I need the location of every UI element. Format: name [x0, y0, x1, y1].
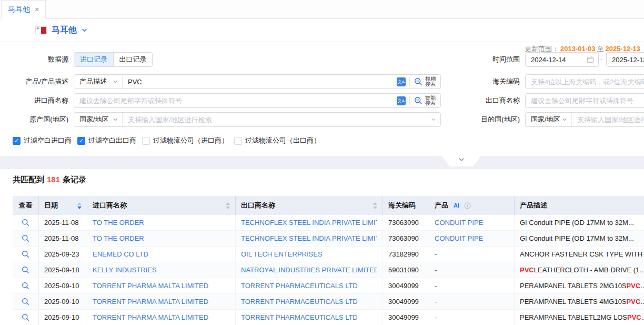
cell-view: [13, 262, 38, 278]
view-record-icon[interactable]: [22, 282, 29, 290]
exporter-link[interactable]: TECHNOFLEX STEEL INDIA PRIVATE LIMITED: [241, 234, 377, 242]
checkbox-icon[interactable]: [142, 137, 150, 145]
filter-checkbox[interactable]: ✓过滤空白出口商: [77, 136, 136, 145]
date-end-input[interactable]: 2025-12-13: [606, 52, 644, 67]
smart-search-button[interactable]: 智能搜索: [410, 94, 440, 107]
checkbox-icon[interactable]: [234, 137, 242, 145]
exporter-search-input[interactable]: [525, 93, 644, 108]
filter-checkbox[interactable]: 过滤物流公司（进口商）: [142, 136, 228, 145]
table-row: 2025-09-23ENEMED CO LTDOIL TECH ENTERPRI…: [13, 247, 644, 262]
cell-hs-code: 30049099: [383, 278, 429, 293]
chevron-down-icon: [113, 117, 118, 122]
product-search-input[interactable]: [123, 75, 397, 88]
destination-country-select[interactable]: 国家/地区: [526, 113, 572, 126]
origin-country-select[interactable]: 国家/地区: [74, 113, 123, 126]
view-record-icon[interactable]: [22, 219, 29, 226]
view-record-icon[interactable]: [22, 313, 29, 321]
cell-product: -: [429, 294, 514, 309]
translate-icon[interactable]: 文A: [397, 96, 406, 105]
import-records-toggle[interactable]: 进口记录: [74, 53, 113, 66]
result-count: 共匹配到181条记录: [13, 175, 86, 185]
hs-code-input[interactable]: [525, 74, 644, 89]
update-range-start: 2013-01-03: [560, 45, 596, 53]
checkbox-icon[interactable]: ✓: [13, 137, 21, 145]
cell-hs-code: 59031090: [383, 262, 429, 278]
hs-code-label: 海关编码: [447, 74, 520, 89]
export-records-toggle[interactable]: 出口记录: [113, 53, 152, 66]
cell-date: 2025-09-10: [38, 294, 87, 309]
exporter-link[interactable]: TORRENT PHARMACEUTICALS LTD: [241, 313, 358, 321]
description-text: LEATHERCLOTH - AMB DRIVE (1...: [534, 266, 644, 274]
table-header: 查看 日期 进口商名称 出口商名称 海关编码 产品 AI: [13, 196, 644, 215]
cell-importer: TORRENT PHARMA MALTA LIMITED: [87, 310, 235, 325]
importer-link[interactable]: TO THE ORDER: [93, 234, 144, 242]
table-row: 2025-09-10TORRENT PHARMA MALTA LIMITEDTO…: [13, 278, 644, 294]
search-minus-icon: [414, 77, 422, 86]
exporter-label: 出口商名称: [447, 93, 520, 108]
exporter-link[interactable]: NATROYAL INDUSTRIES PRIVATE LIMITED: [241, 266, 377, 274]
product-link[interactable]: CONDUIT PIPE: [435, 234, 483, 242]
view-record-icon[interactable]: [22, 266, 29, 274]
cell-date: 2025-11-08: [38, 231, 87, 246]
view-record-icon[interactable]: [22, 234, 29, 242]
view-record-icon[interactable]: [22, 298, 29, 306]
date-start-input[interactable]: 2024-12-14: [525, 52, 599, 67]
product-empty: -: [435, 250, 437, 258]
panel-gap-band: [0, 156, 644, 169]
update-range-end: 2025-12-13: [606, 45, 641, 53]
translate-icon[interactable]: 文A: [397, 77, 406, 86]
exporter-link[interactable]: TORRENT PHARMACEUTICALS LTD: [241, 298, 358, 306]
cell-date: 2025-09-23: [38, 247, 87, 262]
destination-country-input[interactable]: [572, 113, 644, 126]
fuzzy-search-button[interactable]: 模糊搜索: [410, 75, 440, 88]
product-type-select[interactable]: 产品描述: [74, 75, 123, 88]
cell-exporter: TORRENT PHARMACEUTICALS LTD: [235, 294, 383, 309]
date-end-value: 2025-12-13: [612, 56, 644, 64]
importer-link[interactable]: KELLY INDUSTRIES: [93, 266, 157, 274]
importer-link[interactable]: ENEMED CO LTD: [93, 250, 148, 258]
product-link[interactable]: CONDUIT PIPE: [435, 219, 483, 226]
chevron-down-icon: [562, 117, 567, 122]
cell-description: PERAMPANEL TABLETL2MG LOS PVC...: [514, 310, 644, 325]
info-icon[interactable]: [464, 202, 471, 209]
cell-description: GI Conduit PIPE (OD 17MM to 32M...: [514, 231, 644, 246]
importer-search-input[interactable]: [74, 94, 397, 107]
records-table: 查看 日期 进口商名称 出口商名称 海关编码 产品 AI: [13, 196, 644, 325]
column-header-view: 查看: [13, 196, 38, 215]
result-count-number: 181: [47, 175, 60, 184]
product-empty: -: [435, 298, 437, 306]
tab-close-icon[interactable]: ×: [35, 6, 39, 13]
importer-link[interactable]: TORRENT PHARMA MALTA LIMITED: [93, 282, 208, 290]
column-header-hs-code: 海关编码: [383, 196, 429, 215]
sort-control-exporter[interactable]: [369, 202, 377, 209]
checkbox-icon[interactable]: ✓: [77, 137, 85, 145]
tab-malta[interactable]: 马耳他 ×: [1, 0, 46, 19]
origin-country-input[interactable]: [123, 113, 431, 126]
product-empty: -: [435, 266, 437, 274]
destination-country-group: 国家/地区: [525, 112, 644, 127]
sort-control-date[interactable]: [73, 202, 82, 209]
destination-country-label: 目的国(地区): [447, 112, 520, 127]
tab-title: 马耳他: [8, 5, 30, 14]
cell-product: CONDUIT PIPE: [429, 231, 514, 246]
cell-view: [13, 278, 38, 293]
product-empty: -: [435, 313, 437, 321]
filter-checkbox[interactable]: ✓过滤空白进口商: [13, 136, 72, 145]
view-record-icon[interactable]: [22, 250, 29, 258]
exporter-link[interactable]: TORRENT PHARMACEUTICALS LTD: [241, 282, 358, 290]
importer-link[interactable]: TO THE ORDER: [93, 219, 144, 226]
chevron-down-icon[interactable]: [82, 27, 87, 33]
filter-checkbox[interactable]: 过滤物流公司（出口商）: [234, 136, 320, 145]
checkbox-label: 过滤物流公司（出口商）: [245, 136, 320, 145]
collapse-filters-button[interactable]: [442, 156, 481, 166]
country-header: ✚ 马耳他: [0, 19, 644, 42]
cell-description: GI Conduit PIPE (OD 17MM to 32M...: [514, 215, 644, 230]
exporter-link[interactable]: TECHNOFLEX STEEL INDIA PRIVATE LIMITED: [241, 219, 377, 226]
importer-link[interactable]: TORRENT PHARMA MALTA LIMITED: [93, 313, 208, 321]
sort-control-importer[interactable]: [222, 202, 230, 209]
chevron-down-icon: [431, 117, 436, 122]
importer-link[interactable]: TORRENT PHARMA MALTA LIMITED: [93, 298, 208, 306]
cell-importer: TORRENT PHARMA MALTA LIMITED: [87, 294, 235, 309]
exporter-link[interactable]: OIL TECH ENTERPRISES: [241, 250, 323, 258]
cell-view: [13, 247, 38, 262]
